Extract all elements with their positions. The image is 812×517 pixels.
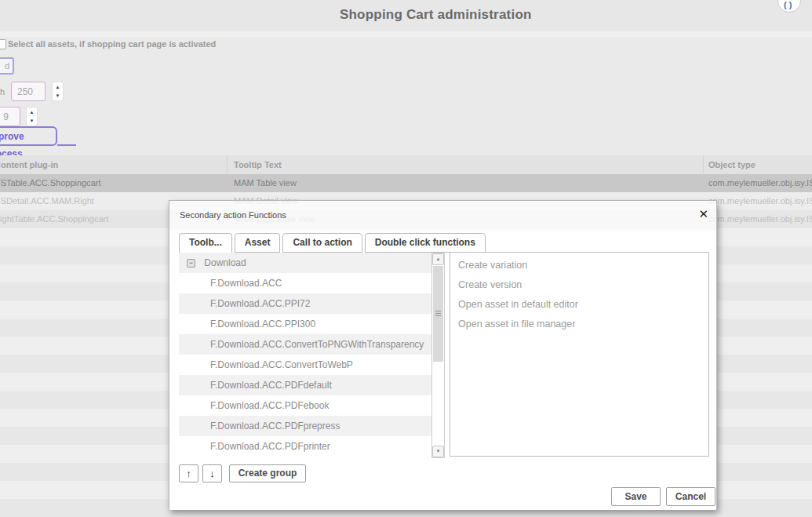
- header-divider: [0, 31, 812, 37]
- cancel-button[interactable]: Cancel: [666, 487, 716, 506]
- tab-approve-process[interactable]: Approve Process: [0, 126, 57, 146]
- move-up-button[interactable]: ↑: [179, 464, 198, 482]
- width-field[interactable]: [11, 82, 46, 101]
- up-arrow-icon: ↑: [186, 468, 191, 479]
- stepper-up-icon[interactable]: ▲: [56, 85, 60, 89]
- scrollbar-grip-icon: [435, 311, 441, 317]
- scroll-up-icon[interactable]: ▲: [432, 253, 444, 265]
- dialog-header[interactable]: Secondary action Functions ✕: [169, 201, 716, 231]
- cell-content-plugin: LightTable.ACC.Shoppingcart: [0, 210, 108, 228]
- dialog-body: Toolb... Asset Call to action Double cli…: [169, 231, 716, 510]
- down-arrow-icon: ↓: [209, 468, 215, 479]
- height-stepper[interactable]: ▲ ▼: [26, 107, 38, 126]
- function-list-item[interactable]: F.Download.ACC.PDFprepress: [179, 416, 431, 436]
- dialog-title: Secondary action Functions: [180, 210, 286, 220]
- function-group-row[interactable]: − Download: [179, 253, 431, 273]
- function-list-item[interactable]: F.Download.ACC.PDFebook: [179, 395, 431, 416]
- assigned-function-item[interactable]: Create variation: [450, 256, 708, 275]
- select-all-label: Select all assets, if shopping cart page…: [8, 39, 216, 49]
- cell-content-plugin: FSTable.ACC.Shoppingcart: [0, 174, 101, 192]
- function-list-item[interactable]: F.Download.ACC.PPI300: [179, 314, 431, 334]
- tab-call-to-action[interactable]: Call to action: [282, 233, 362, 253]
- function-list-item[interactable]: F.Download.ACC.PDFprinter: [179, 436, 431, 457]
- move-down-button[interactable]: ↓: [202, 464, 222, 482]
- secondary-action-functions-dialog: Secondary action Functions ✕ Toolb... As…: [169, 200, 717, 509]
- stepper-down-icon[interactable]: ▼: [56, 93, 60, 98]
- height-field[interactable]: [0, 107, 20, 126]
- tab-asset[interactable]: Asset: [235, 233, 281, 253]
- stepper-up-icon[interactable]: ▲: [30, 110, 35, 115]
- tab-double-click-functions[interactable]: Double click functions: [365, 233, 486, 253]
- table-header: Content plug-in Tooltip Text Object type: [0, 155, 812, 174]
- width-stepper[interactable]: ▲ ▼: [52, 82, 64, 101]
- column-tooltip-text[interactable]: Tooltip Text: [234, 155, 282, 174]
- save-button[interactable]: Save: [611, 487, 661, 506]
- cutoff-text-field[interactable]: [0, 57, 14, 75]
- table-row[interactable]: FSTable.ACC.Shoppingcart MAM Table view …: [0, 174, 812, 192]
- function-list-item[interactable]: F.Download.ACC.PDFdefault: [179, 375, 431, 395]
- function-group-label: Download: [204, 257, 246, 268]
- function-tree-panel: − Download F.Download.ACC F.Download.ACC…: [179, 253, 431, 458]
- function-tree-scrollbar[interactable]: ▲ ▼: [431, 253, 445, 458]
- assigned-functions-panel: Create variation Create version Open ass…: [450, 252, 709, 457]
- page-title: Shopping Cart administration: [340, 7, 532, 23]
- cell-object-type: com.meylemueller.obj.isy.ISY: [708, 174, 812, 192]
- create-group-button[interactable]: Create group: [229, 464, 306, 482]
- cell-tooltip-text: MAM Table view: [234, 174, 297, 192]
- column-content-plugin[interactable]: Content plug-in: [0, 155, 58, 174]
- function-list-item[interactable]: F.Download.ACC.ConvertToPNGWithTranspare…: [179, 334, 431, 355]
- cell-content-plugin: FSDetail.ACC.MAM.Right: [0, 192, 94, 210]
- scroll-down-icon[interactable]: ▼: [432, 446, 444, 457]
- stepper-down-icon[interactable]: ▼: [30, 118, 35, 123]
- select-all-checkbox[interactable]: [0, 39, 6, 49]
- collapse-icon[interactable]: −: [187, 259, 195, 268]
- width-label-fragment: h: [0, 87, 5, 96]
- assigned-function-item[interactable]: Open asset in file manager: [450, 315, 708, 334]
- assigned-function-item[interactable]: Create version: [450, 275, 708, 295]
- function-list-item[interactable]: F.Download.ACC.PPI72: [179, 293, 431, 314]
- close-icon[interactable]: ✕: [698, 207, 708, 221]
- assigned-function-item[interactable]: Open asset in default editor: [450, 295, 708, 315]
- cell-object-type: com.meylemueller.obj.isy.ISY: [708, 210, 812, 228]
- cell-object-type: com.meylemueller.obj.isy.ISY: [708, 192, 812, 210]
- tab-toolbar[interactable]: Toolb...: [179, 233, 232, 253]
- function-list-item[interactable]: F.Download.ACC: [179, 273, 431, 293]
- tab-strip-underline: [57, 144, 76, 146]
- column-object-type[interactable]: Object type: [708, 155, 756, 174]
- scrollbar-thumb[interactable]: [433, 266, 443, 362]
- function-list-item[interactable]: F.Download.ACC.ConvertToWebP: [179, 355, 431, 375]
- dialog-tab-bar: Toolb... Asset Call to action Double cli…: [179, 233, 486, 253]
